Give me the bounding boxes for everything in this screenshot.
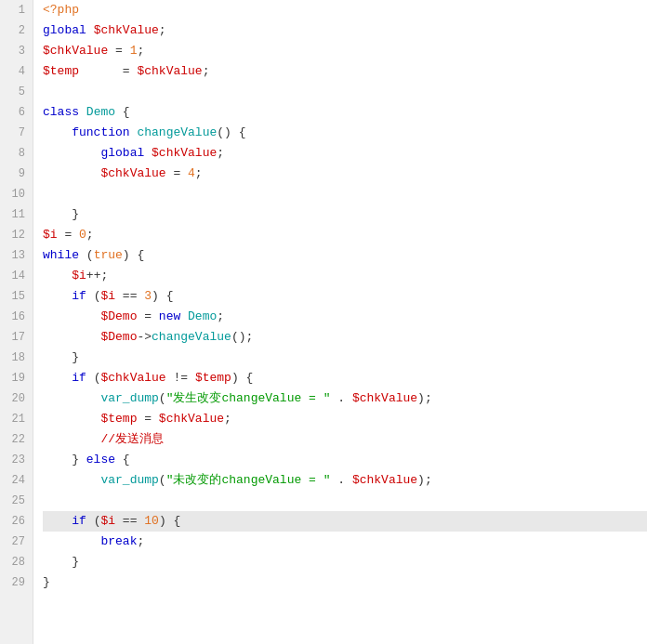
line-num-19: 19 — [7, 368, 25, 388]
code-line-9: $chkValue = 4; — [43, 164, 647, 184]
code-line-6: class Demo { — [43, 102, 647, 123]
line-num-6: 6 — [7, 102, 25, 123]
code-line-1: <?php — [43, 0, 647, 20]
code-line-5 — [43, 82, 647, 102]
code-line-25 — [43, 491, 647, 511]
code-line-13: while (true) { — [43, 245, 647, 266]
line-num-12: 12 — [7, 225, 25, 245]
code-line-28: } — [43, 552, 647, 572]
line-num-5: 5 — [7, 82, 25, 102]
code-line-11: } — [43, 204, 647, 225]
line-num-25: 25 — [7, 491, 25, 511]
line-num-22: 22 — [7, 429, 25, 450]
code-line-18: } — [43, 348, 647, 368]
line-num-8: 8 — [7, 143, 25, 164]
code-line-24: var_dump("未改变的changeValue = " . $chkValu… — [43, 470, 647, 491]
line-num-28: 28 — [7, 552, 25, 572]
code-line-16: $Demo = new Demo; — [43, 307, 647, 327]
code-line-19: if ($chkValue != $temp) { — [43, 368, 647, 388]
line-num-18: 18 — [7, 348, 25, 368]
code-line-3: $chkValue = 1; — [43, 41, 647, 61]
code-line-8: global $chkValue; — [43, 143, 647, 164]
code-line-26: if ($i == 10) { — [43, 511, 647, 532]
line-num-14: 14 — [7, 266, 25, 286]
code-line-7: function changeValue() { — [43, 123, 647, 143]
code-container: 1 2 3 4 5 6 7 8 9 10 11 12 13 14 15 16 1… — [0, 0, 647, 644]
code-line-4: $temp = $chkValue; — [43, 61, 647, 82]
code-content: <?php global $chkValue; $chkValue = 1; $… — [33, 0, 647, 644]
code-line-17: $Demo->changeValue(); — [43, 327, 647, 348]
line-num-10: 10 — [7, 184, 25, 204]
line-num-9: 9 — [7, 164, 25, 184]
line-num-3: 3 — [7, 41, 25, 61]
code-line-27: break; — [43, 532, 647, 552]
code-line-15: if ($i == 3) { — [43, 286, 647, 307]
line-num-1: 1 — [7, 0, 25, 20]
line-num-21: 21 — [7, 409, 25, 429]
code-line-10 — [43, 184, 647, 204]
line-num-7: 7 — [7, 123, 25, 143]
line-num-27: 27 — [7, 532, 25, 552]
line-num-4: 4 — [7, 61, 25, 82]
line-num-23: 23 — [7, 450, 25, 470]
line-num-20: 20 — [7, 388, 25, 409]
line-num-16: 16 — [7, 307, 25, 327]
line-num-2: 2 — [7, 20, 25, 41]
code-line-2: global $chkValue; — [43, 20, 647, 41]
code-line-23: } else { — [43, 450, 647, 470]
line-num-24: 24 — [7, 470, 25, 491]
code-line-29: } — [43, 572, 647, 593]
line-num-15: 15 — [7, 286, 25, 307]
line-num-26: 26 — [7, 511, 25, 532]
code-line-12: $i = 0; — [43, 225, 647, 245]
code-line-14: $i++; — [43, 266, 647, 286]
line-num-13: 13 — [7, 245, 25, 266]
line-num-17: 17 — [7, 327, 25, 348]
code-line-20: var_dump("发生改变changeValue = " . $chkValu… — [43, 388, 647, 409]
code-line-22: //发送消息 — [43, 429, 647, 450]
line-num-29: 29 — [7, 572, 25, 593]
code-line-21: $temp = $chkValue; — [43, 409, 647, 429]
line-numbers: 1 2 3 4 5 6 7 8 9 10 11 12 13 14 15 16 1… — [0, 0, 33, 644]
line-num-11: 11 — [7, 204, 25, 225]
